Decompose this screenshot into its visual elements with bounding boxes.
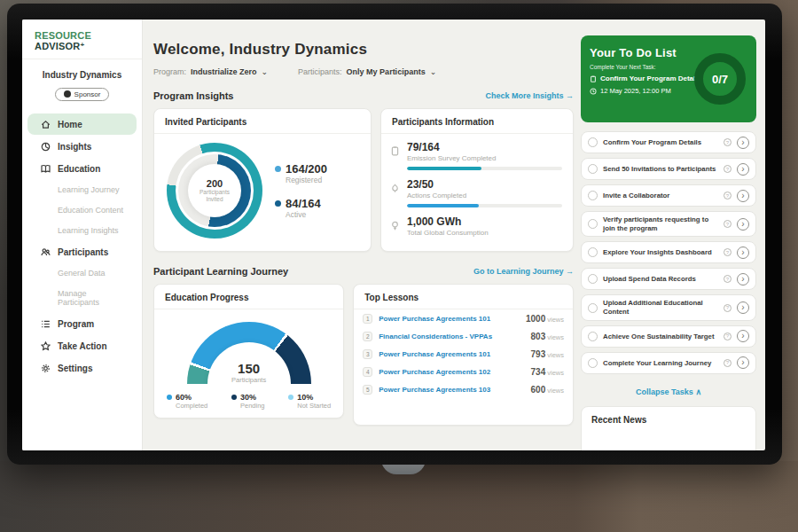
sidebar-item-label: Manage Participants <box>58 289 129 307</box>
survey-icon <box>390 141 401 170</box>
lesson-link[interactable]: Power Purchase Agreements 101 <box>379 350 524 358</box>
lesson-link[interactable]: Power Purchase Agreements 102 <box>379 368 524 376</box>
task-row-explore-your-insights-dashboard[interactable]: Explore Your Insights Dashboard?› <box>581 241 756 263</box>
legend-value: 84/164 <box>286 197 321 210</box>
legend-value: 164/200 <box>286 162 327 176</box>
participants-filter-value[interactable]: Only My Participants <box>347 67 426 76</box>
legend-value: 10% <box>297 393 331 402</box>
task-checkbox[interactable] <box>588 219 598 229</box>
sponsor-badge[interactable]: Sponsor <box>55 88 110 101</box>
info-icon: ? <box>724 304 732 312</box>
task-open-button[interactable]: › <box>737 273 749 286</box>
task-row-upload-additional-educational-content[interactable]: Upload Additional Educational Content?› <box>581 294 756 320</box>
lesson-rank: 5 <box>363 385 372 395</box>
lesson-views: 1000views <box>526 314 564 324</box>
sidebar-item-general-data[interactable]: General Data <box>27 263 137 283</box>
sidebar-item-settings[interactable]: Settings <box>27 357 137 379</box>
info-icon: ? <box>724 332 732 340</box>
program-filter[interactable]: Program: Industrialize Zero ⌄ <box>153 67 268 76</box>
task-open-button[interactable]: › <box>737 356 749 369</box>
task-row-upload-spend-data-records[interactable]: Upload Spend Data Records?› <box>581 268 756 290</box>
check-more-insights-link[interactable]: Check More Insights → <box>485 91 574 100</box>
task-checkbox[interactable] <box>588 332 598 341</box>
task-checkbox[interactable] <box>588 164 598 174</box>
info-row-actions-completed: 23/50Actions Completed <box>390 178 562 207</box>
chevron-down-icon[interactable]: ⌄ <box>262 67 269 76</box>
task-open-button[interactable]: › <box>737 137 749 149</box>
task-label: Invite a Collaborator <box>603 192 718 200</box>
task-open-button[interactable]: › <box>737 163 749 176</box>
sidebar-item-insights[interactable]: Insights <box>27 136 137 157</box>
lesson-row: 3Power Purchase Agreements 101793views <box>354 345 573 363</box>
task-row-verify-participants-requesting-to-join-the-program[interactable]: Verify participants requesting to join t… <box>581 211 756 237</box>
legend-label: Registered <box>286 176 327 184</box>
task-checkbox[interactable] <box>588 191 598 200</box>
task-checkbox[interactable] <box>588 358 598 368</box>
task-row-confirm-your-program-details[interactable]: Confirm Your Program Details?› <box>581 131 756 153</box>
lesson-link[interactable]: Power Purchase Agreements 101 <box>379 315 520 323</box>
task-row-achieve-one-sustainability-target[interactable]: Achieve One Sustainability Target?› <box>581 325 756 348</box>
views-suffix-label: views <box>547 333 564 341</box>
page-title: Welcome, Industry Dynamics <box>153 41 574 59</box>
task-row-complete-your-learning-journey[interactable]: Complete Your Learning Journey?› <box>581 352 756 374</box>
task-open-button[interactable]: › <box>737 330 749 342</box>
actions-icon <box>390 178 401 207</box>
sidebar-item-education-content[interactable]: Education Content <box>27 200 137 220</box>
task-open-button[interactable]: › <box>737 301 749 314</box>
lesson-link[interactable]: Financial Considerations - VPPAs <box>379 332 524 340</box>
organization-name: Industry Dynamics <box>22 70 142 80</box>
info-icon: ? <box>724 165 732 173</box>
sidebar-item-manage-participants[interactable]: Manage Participants <box>27 284 137 312</box>
sidebar-item-learning-insights[interactable]: Learning Insights <box>27 221 137 240</box>
lesson-rank: 3 <box>363 349 372 359</box>
task-open-button[interactable]: › <box>737 246 749 259</box>
sidebar-item-education[interactable]: Education <box>27 158 137 179</box>
legend-dot <box>231 395 237 400</box>
donut-center-label: Participants Invited <box>195 189 234 204</box>
take-action-icon <box>40 340 51 351</box>
participants-information-card: Participants Information 79/164Emission … <box>380 108 574 252</box>
task-checkbox[interactable] <box>588 137 598 147</box>
chevron-up-icon: ∧ <box>695 387 701 396</box>
participants-filter[interactable]: Participants: Only My Participants ⌄ <box>298 67 436 76</box>
logo-plus: + <box>81 41 85 49</box>
task-row-invite-a-collaborator[interactable]: Invite a Collaborator?› <box>581 184 756 207</box>
lesson-rank: 4 <box>363 367 372 377</box>
progress-bar-fill <box>407 204 479 207</box>
task-checkbox[interactable] <box>588 274 598 284</box>
task-checkbox[interactable] <box>588 303 598 313</box>
task-row-send-50-invitations-to-participants[interactable]: Send 50 Invitations to Participants?› <box>581 158 756 180</box>
sponsor-badge-label: Sponsor <box>74 90 101 98</box>
education-progress-gauge-chart: 150 Participants <box>187 322 311 384</box>
collapse-tasks-link[interactable]: Collapse Tasks ∧ <box>581 387 756 396</box>
views-suffix-label: views <box>547 316 564 324</box>
gauge-legend: 60%Completed30%Pending10%Not Started <box>154 384 343 410</box>
info-label: Total Global Consumption <box>407 229 562 237</box>
recent-news-card: Recent News <box>581 406 756 450</box>
task-checkbox[interactable] <box>588 247 598 257</box>
sidebar-item-home[interactable]: Home <box>27 113 137 135</box>
sidebar-item-participants[interactable]: Participants <box>27 241 137 262</box>
go-to-learning-journey-link[interactable]: Go to Learning Journey → <box>473 267 574 276</box>
donut-legend-item: 84/164Active <box>275 197 327 219</box>
invited-participants-title: Invited Participants <box>154 109 371 134</box>
sidebar-item-learning-journey[interactable]: Learning Journey <box>27 180 137 200</box>
program-filter-label: Program: <box>153 67 186 76</box>
lesson-views: 734views <box>531 367 564 377</box>
legend-dot <box>288 395 293 400</box>
task-open-button[interactable]: › <box>737 218 749 231</box>
chevron-down-icon[interactable]: ⌄ <box>430 67 437 76</box>
sidebar-item-program[interactable]: Program <box>27 313 137 334</box>
task-label: Upload Additional Educational Content <box>603 299 718 316</box>
gauge-legend-item: 10%Not Started <box>288 393 331 410</box>
program-filter-value[interactable]: Industrialize Zero <box>191 67 257 76</box>
sidebar-item-take-action[interactable]: Take Action <box>27 335 137 356</box>
lesson-views: 600views <box>531 385 564 395</box>
task-label: Send 50 Invitations to Participants <box>603 165 718 174</box>
lesson-link[interactable]: Power Purchase Agreements 103 <box>379 386 524 394</box>
participants-filter-label: Participants: <box>298 67 342 76</box>
task-open-button[interactable]: › <box>737 190 749 202</box>
gauge-center-value: 150 <box>187 361 311 376</box>
invited-participants-card: Invited Participants 200 Participants In… <box>153 108 372 252</box>
settings-icon <box>40 363 51 373</box>
